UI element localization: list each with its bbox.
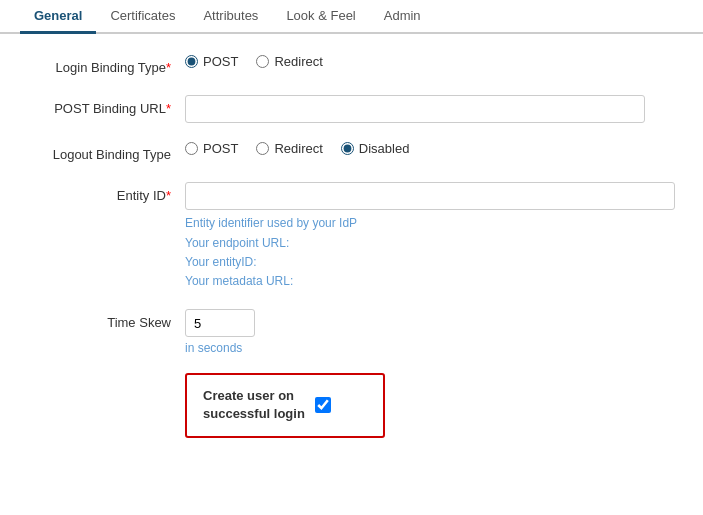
required-star-entity: * bbox=[166, 188, 171, 203]
post-binding-url-row: POST Binding URL* bbox=[30, 95, 673, 123]
entity-id-group: Entity identifier used by your IdP Your … bbox=[185, 182, 675, 291]
tab-admin[interactable]: Admin bbox=[370, 0, 435, 34]
post-binding-url-label: POST Binding URL* bbox=[30, 95, 185, 118]
tab-bar: General Certificates Attributes Look & F… bbox=[0, 0, 703, 34]
radio-redirect[interactable] bbox=[256, 55, 269, 68]
time-skew-unit: in seconds bbox=[185, 341, 255, 355]
entity-id-helper-line4: Your metadata URL: bbox=[185, 272, 675, 291]
time-skew-label: Time Skew bbox=[30, 309, 185, 332]
radio-logout-disabled-input[interactable] bbox=[341, 142, 354, 155]
create-user-box: Create user onsuccessful login bbox=[185, 373, 385, 437]
time-skew-row: Time Skew in seconds bbox=[30, 309, 673, 355]
login-binding-type-label: Login Binding Type* bbox=[30, 54, 185, 77]
login-binding-type-row: Login Binding Type* POST Redirect bbox=[30, 54, 673, 77]
create-user-section: Create user onsuccessful login bbox=[30, 373, 673, 437]
required-star-url: * bbox=[166, 101, 171, 116]
radio-logout-post-input[interactable] bbox=[185, 142, 198, 155]
radio-option-post[interactable]: POST bbox=[185, 54, 238, 69]
create-user-label: Create user onsuccessful login bbox=[203, 387, 305, 423]
logout-binding-type-options: POST Redirect Disabled bbox=[185, 141, 409, 156]
entity-id-helper-line2: Your endpoint URL: bbox=[185, 234, 675, 253]
time-skew-group: in seconds bbox=[185, 309, 255, 355]
time-skew-input[interactable] bbox=[185, 309, 255, 337]
entity-id-label: Entity ID* bbox=[30, 182, 185, 205]
radio-post[interactable] bbox=[185, 55, 198, 68]
radio-logout-redirect-input[interactable] bbox=[256, 142, 269, 155]
entity-id-helper-line3: Your entityID: bbox=[185, 253, 675, 272]
radio-logout-disabled[interactable]: Disabled bbox=[341, 141, 410, 156]
required-star: * bbox=[166, 60, 171, 75]
radio-logout-redirect[interactable]: Redirect bbox=[256, 141, 322, 156]
create-user-checkbox[interactable] bbox=[315, 397, 331, 413]
login-binding-type-options: POST Redirect bbox=[185, 54, 323, 69]
tab-certificates[interactable]: Certificates bbox=[96, 0, 189, 34]
radio-logout-post[interactable]: POST bbox=[185, 141, 238, 156]
tab-look-feel[interactable]: Look & Feel bbox=[272, 0, 369, 34]
post-binding-url-input[interactable] bbox=[185, 95, 645, 123]
entity-id-helper-line1: Entity identifier used by your IdP bbox=[185, 214, 675, 233]
form-content: Login Binding Type* POST Redirect POST B… bbox=[0, 34, 703, 458]
tab-general[interactable]: General bbox=[20, 0, 96, 34]
tab-attributes[interactable]: Attributes bbox=[189, 0, 272, 34]
entity-id-row: Entity ID* Entity identifier used by you… bbox=[30, 182, 673, 291]
radio-option-redirect[interactable]: Redirect bbox=[256, 54, 322, 69]
logout-binding-type-label: Logout Binding Type bbox=[30, 141, 185, 164]
logout-binding-type-row: Logout Binding Type POST Redirect Disabl… bbox=[30, 141, 673, 164]
entity-id-input[interactable] bbox=[185, 182, 675, 210]
entity-id-helper: Entity identifier used by your IdP Your … bbox=[185, 214, 675, 291]
